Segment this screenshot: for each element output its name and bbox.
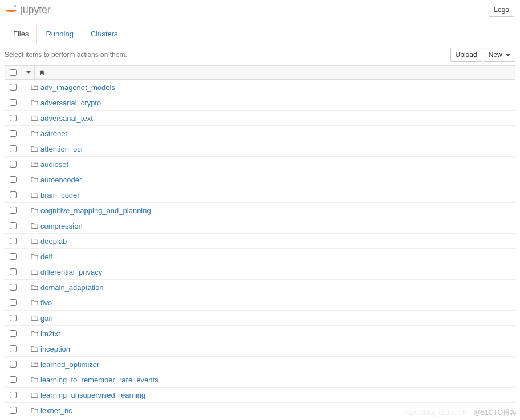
select-all-checkbox[interactable]	[10, 69, 17, 76]
file-link[interactable]: attention_ocr	[39, 145, 83, 153]
tab-running[interactable]: Running	[37, 25, 82, 43]
row-checkbox[interactable]	[10, 407, 17, 414]
row-checkbox-cell[interactable]	[10, 191, 29, 198]
row-checkbox[interactable]	[10, 392, 17, 398]
file-link[interactable]: adversarial_text	[39, 114, 93, 123]
row-checkbox-cell[interactable]	[10, 84, 29, 91]
file-link[interactable]: differential_privacy	[39, 268, 102, 276]
row-checkbox-cell[interactable]	[10, 253, 29, 260]
row-checkbox[interactable]	[10, 84, 17, 91]
row-checkbox[interactable]	[10, 191, 17, 198]
header: jupyter Logo	[0, 0, 520, 19]
row-checkbox[interactable]	[10, 284, 17, 291]
row-checkbox[interactable]	[10, 315, 17, 321]
sort-dropdown[interactable]	[21, 66, 35, 79]
folder-icon	[31, 361, 38, 368]
row-icon	[29, 161, 39, 168]
new-button[interactable]: New	[484, 48, 515, 62]
list-item: inception	[5, 341, 515, 357]
row-checkbox[interactable]	[10, 361, 17, 368]
row-checkbox[interactable]	[10, 145, 17, 152]
row-checkbox[interactable]	[10, 238, 17, 244]
row-checkbox[interactable]	[10, 376, 17, 383]
row-checkbox[interactable]	[10, 345, 17, 352]
row-checkbox[interactable]	[10, 115, 17, 121]
row-checkbox-cell[interactable]	[10, 299, 29, 306]
select-all-cell[interactable]	[5, 66, 21, 79]
row-checkbox-cell[interactable]	[10, 361, 29, 368]
file-link[interactable]: domain_adaptation	[39, 283, 104, 292]
file-link[interactable]: learning_to_remember_rare_events	[39, 376, 159, 384]
row-checkbox-cell[interactable]	[10, 238, 29, 244]
file-link[interactable]: cognitive_mapping_and_planning	[39, 206, 151, 215]
file-link[interactable]: im2txt	[39, 329, 60, 338]
tab-files[interactable]: Files	[5, 25, 37, 43]
file-link[interactable]: adv_imagenet_models	[39, 83, 115, 92]
row-checkbox-cell[interactable]	[10, 407, 29, 414]
file-link[interactable]: delf	[39, 252, 52, 261]
row-checkbox-cell[interactable]	[10, 376, 29, 383]
file-link[interactable]: adversarial_crypto	[39, 99, 101, 107]
row-checkbox[interactable]	[10, 222, 17, 229]
row-checkbox[interactable]	[10, 99, 17, 106]
row-checkbox-cell[interactable]	[10, 99, 29, 106]
file-link[interactable]: autoencoder	[39, 176, 82, 184]
select-hint: Select items to perform actions on them.	[5, 51, 127, 59]
file-link[interactable]: audioset	[39, 160, 68, 169]
brand-name: jupyter	[21, 4, 51, 16]
list-item: differential_privacy	[5, 264, 515, 280]
file-link[interactable]: learning_unsupervised_learning	[39, 391, 145, 399]
row-checkbox-cell[interactable]	[10, 284, 29, 291]
row-icon	[29, 254, 39, 260]
row-icon	[29, 361, 39, 368]
folder-icon	[31, 161, 38, 168]
file-link[interactable]: lexnet_nc	[39, 406, 72, 415]
row-checkbox[interactable]	[10, 330, 17, 337]
file-list: adv_imagenet_modelsadversarial_cryptoadv…	[5, 80, 515, 420]
row-checkbox[interactable]	[10, 161, 17, 168]
file-link[interactable]: inception	[39, 345, 70, 353]
list-item: learning_unsupervised_learning	[5, 388, 515, 403]
file-link[interactable]: gan	[39, 314, 53, 323]
row-checkbox-cell[interactable]	[10, 115, 29, 121]
row-checkbox-cell[interactable]	[10, 222, 29, 229]
row-checkbox-cell[interactable]	[10, 330, 29, 337]
row-checkbox[interactable]	[10, 207, 17, 214]
row-checkbox-cell[interactable]	[10, 176, 29, 183]
tab-clusters[interactable]: Clusters	[82, 25, 127, 43]
logout-button[interactable]: Logo	[489, 3, 514, 17]
row-icon	[29, 84, 39, 91]
file-link[interactable]: compression	[39, 222, 83, 230]
row-checkbox-cell[interactable]	[10, 207, 29, 214]
file-link[interactable]: brain_coder	[39, 191, 80, 199]
brand[interactable]: jupyter	[5, 2, 51, 17]
file-link[interactable]: fivo	[39, 299, 52, 307]
row-checkbox[interactable]	[10, 268, 17, 275]
row-checkbox-cell[interactable]	[10, 392, 29, 398]
row-checkbox[interactable]	[10, 253, 17, 260]
file-link[interactable]: deeplab	[39, 237, 67, 246]
row-icon	[29, 177, 39, 183]
row-icon	[29, 377, 39, 383]
breadcrumb-home[interactable]	[35, 66, 48, 79]
row-checkbox-cell[interactable]	[10, 161, 29, 168]
row-checkbox-cell[interactable]	[10, 130, 29, 137]
folder-icon	[31, 269, 38, 275]
upload-button[interactable]: Upload	[450, 48, 482, 62]
row-checkbox[interactable]	[10, 176, 17, 183]
list-item: cognitive_mapping_and_planning	[5, 203, 515, 218]
row-checkbox-cell[interactable]	[10, 268, 29, 275]
row-checkbox-cell[interactable]	[10, 345, 29, 352]
toolbar-buttons: Upload New	[450, 48, 515, 62]
list-item: brain_coder	[5, 187, 515, 203]
row-checkbox-cell[interactable]	[10, 315, 29, 321]
folder-icon	[31, 192, 38, 198]
file-link[interactable]: astronet	[39, 129, 67, 138]
row-checkbox-cell[interactable]	[10, 145, 29, 152]
row-checkbox[interactable]	[10, 299, 17, 306]
watermark: https://blog.csdn.net/ @51CTO博客	[403, 408, 517, 418]
folder-icon	[31, 315, 38, 321]
home-icon	[39, 70, 45, 76]
row-checkbox[interactable]	[10, 130, 17, 137]
file-link[interactable]: learned_optimizer	[39, 360, 99, 369]
